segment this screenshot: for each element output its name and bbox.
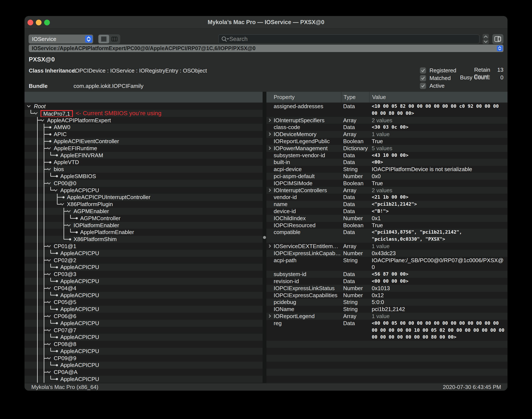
column-header-property[interactable]: Property (266, 92, 341, 102)
disclosure-triangle-icon[interactable] (61, 202, 64, 205)
column-view-button[interactable] (109, 35, 120, 43)
disclosure-triangle-icon[interactable] (47, 272, 51, 275)
tree-item-AppleACPICPU[interactable]: AppleACPICPU (25, 320, 263, 327)
property-row-pcidebug[interactable]: pcidebugString5:0:0 (266, 299, 507, 306)
disclosure-triangle-icon[interactable] (47, 146, 51, 149)
disclosure-triangle-icon[interactable] (47, 181, 51, 184)
tree-item-AppleEFINVRAM[interactable]: AppleEFINVRAM (25, 152, 263, 159)
tree-item-CP09@9[interactable]: CP09@9 (25, 355, 263, 362)
tree-item-CP05@5[interactable]: CP05@5 (25, 299, 263, 306)
tree-item-CP06@6[interactable]: CP06@6 (25, 313, 263, 320)
list-view-button[interactable] (99, 35, 109, 43)
property-row-IOReportLegendPublic[interactable]: IOReportLegendPublicBooleanTrue (266, 138, 507, 145)
tree-item-CP0A@A[interactable]: CP0A@A (25, 369, 263, 376)
checkbox-matched[interactable] (420, 75, 426, 81)
step-up-button[interactable] (483, 34, 489, 39)
disclosure-triangle-icon[interactable] (47, 328, 51, 331)
tree-item-AMW0[interactable]: AMW0 (25, 124, 263, 131)
property-row-revision-id[interactable]: revision-idData<00 00 00 00> (266, 278, 507, 285)
disclosure-triangle-icon[interactable] (268, 245, 271, 248)
property-row-built-in[interactable]: built-inData<00> (266, 159, 507, 166)
pane-splitter[interactable] (263, 92, 266, 383)
disclosure-triangle-icon[interactable] (268, 314, 271, 318)
tree-item-AppleSMBIOS[interactable]: AppleSMBIOS (25, 173, 263, 180)
disclosure-triangle-icon[interactable] (268, 132, 271, 136)
tree-item-bios[interactable]: bios (25, 166, 263, 173)
property-row-subsystem-vendor-id[interactable]: subsystem-vendor-idData<43 10 00 00> (266, 152, 507, 159)
tree-item-AppleVTD[interactable]: AppleVTD (25, 159, 263, 166)
property-row-acpi-device[interactable]: acpi-deviceStringIOACPIPlatformDevice is… (266, 166, 507, 173)
checkbox-active[interactable] (420, 83, 426, 89)
property-row-IOPCIResourced[interactable]: IOPCIResourcedBooleanTrue (266, 222, 507, 229)
disclosure-triangle-icon[interactable] (41, 118, 44, 121)
tree-item-CP08@8[interactable]: CP08@8 (25, 341, 263, 348)
tree-item-MacPro7,1[interactable]: MacPro7,1<- Current SMBIOS you’re using (25, 110, 263, 117)
disclosure-triangle-icon[interactable] (47, 356, 51, 359)
property-row-device-id[interactable]: device-idData<"B!"> (266, 208, 507, 215)
property-row-IOReportLegend[interactable]: IOReportLegendArray1 value (266, 313, 507, 320)
disclosure-triangle-icon[interactable] (54, 188, 58, 191)
disclosure-triangle-icon[interactable] (47, 244, 51, 247)
property-row-class-code[interactable]: class-codeData<30 03 0c 00> (266, 124, 507, 131)
disclosure-triangle-icon[interactable] (268, 188, 271, 192)
tree-item-AppleACPICPUInterruptController[interactable]: AppleACPICPUInterruptController (25, 194, 263, 201)
tree-item-AppleACPICPU[interactable]: AppleACPICPU (25, 292, 263, 299)
property-row-IOPCIMSIMode[interactable]: IOPCIMSIModeBooleanTrue (266, 180, 507, 187)
property-row-IOChildIndex[interactable]: IOChildIndexNumber0x1 (266, 215, 507, 222)
tree-column-header[interactable] (25, 92, 263, 103)
splitter-knob-icon[interactable] (263, 236, 266, 239)
disclosure-triangle-icon[interactable] (47, 258, 51, 261)
property-row-IOName[interactable]: IONameStringpci1b21,2142 (266, 306, 507, 313)
property-row-IOPCIExpressLinkStatus[interactable]: IOPCIExpressLinkStatusNumber0x1013 (266, 285, 507, 292)
tree-item-AppleACPICPU[interactable]: AppleACPICPU (25, 187, 263, 194)
tree-item-AppleACPIPlatformExpert[interactable]: AppleACPIPlatformExpert (25, 117, 263, 124)
tree-item-ApplePlatformEnabler[interactable]: ApplePlatformEnabler (25, 229, 263, 236)
property-row-subsystem-id[interactable]: subsystem-idData<56 87 00 00> (266, 271, 507, 278)
property-row-IOInterruptSpecifiers[interactable]: IOInterruptSpecifiersArray2 values (266, 117, 507, 124)
property-row-IODeviceMemory[interactable]: IODeviceMemoryArray1 value (266, 131, 507, 138)
tree-item-CP01@1[interactable]: CP01@1 (25, 243, 263, 250)
property-row-compatible[interactable]: compatibleData<"pci1043,8756", "pci1b21,… (266, 229, 507, 243)
tree-item-AppleEFIRuntime[interactable]: AppleEFIRuntime (25, 145, 263, 152)
tree-item-AppleACPICPU[interactable]: AppleACPICPU (25, 362, 263, 369)
column-header-type[interactable]: Type (341, 92, 369, 102)
disclosure-triangle-icon[interactable] (47, 314, 51, 317)
checkbox-registered[interactable] (420, 67, 426, 74)
path-bar[interactable]: IOService:/AppleACPIPlatformExpert/PC00@… (29, 45, 503, 52)
disclosure-triangle-icon[interactable] (47, 342, 51, 345)
tree-item-CP02@2[interactable]: CP02@2 (25, 257, 263, 264)
property-row-name[interactable]: nameData<"pci1b21,2142"> (266, 201, 507, 208)
tree-item-CP07@7[interactable]: CP07@7 (25, 327, 263, 334)
column-header-value[interactable]: Value (369, 92, 507, 102)
property-row-IOPCIExpressCapabilities[interactable]: IOPCIExpressCapabilitiesNumber0x12 (266, 292, 507, 299)
disclosure-triangle-icon[interactable] (47, 286, 51, 289)
disclosure-triangle-icon[interactable] (67, 223, 71, 226)
disclosure-triangle-icon[interactable] (268, 118, 271, 122)
property-row-assigned-addresses[interactable]: assigned-addressesData<10 00 05 82 00 00… (266, 103, 507, 117)
property-row-IOPCIExpressLinkCapabilities[interactable]: IOPCIExpressLinkCapabilitiesNumber0x43dc… (266, 250, 507, 257)
inspector-toggle-button[interactable] (492, 34, 503, 44)
search-input[interactable] (229, 36, 477, 42)
tree-item-AGPMController[interactable]: AGPMController (25, 215, 263, 222)
path-stepper-icon[interactable] (497, 45, 503, 51)
tree-item-AppleACPICPU[interactable]: AppleACPICPU (25, 250, 263, 257)
tree-item-CP04@4[interactable]: CP04@4 (25, 285, 263, 292)
tree-item-AGPMEnabler[interactable]: AGPMEnabler (25, 208, 263, 215)
disclosure-triangle-icon[interactable] (67, 209, 71, 212)
disclosure-triangle-icon[interactable] (27, 104, 31, 107)
disclosure-triangle-icon[interactable] (34, 111, 38, 114)
disclosure-triangle-icon[interactable] (47, 167, 51, 170)
tree-item-AppleACPICPU[interactable]: AppleACPICPU (25, 348, 263, 355)
property-row-IOServiceDEXTEntitlements[interactable]: IOServiceDEXTEntitlementsArray1 value (266, 243, 507, 250)
property-row-vendor-id[interactable]: vendor-idData<21 1b 00 00> (266, 194, 507, 201)
property-row-pci-aspm-default[interactable]: pci-aspm-defaultNumber0x0 (266, 173, 507, 180)
plane-selector-dropdown[interactable]: IOService (29, 35, 93, 43)
disclosure-triangle-icon[interactable] (47, 370, 51, 373)
step-down-button[interactable] (483, 39, 489, 44)
tree-item-CP00@0[interactable]: CP00@0 (25, 180, 263, 187)
property-row-IOInterruptControllers[interactable]: IOInterruptControllersArray2 values (266, 187, 507, 194)
tree-item-Root[interactable]: Root (25, 103, 263, 110)
disclosure-triangle-icon[interactable] (268, 146, 271, 150)
tree-item-AppleACPICPU[interactable]: AppleACPICPU (25, 376, 263, 383)
tree-item-IOPlatformEnabler[interactable]: IOPlatformEnabler (25, 222, 263, 229)
